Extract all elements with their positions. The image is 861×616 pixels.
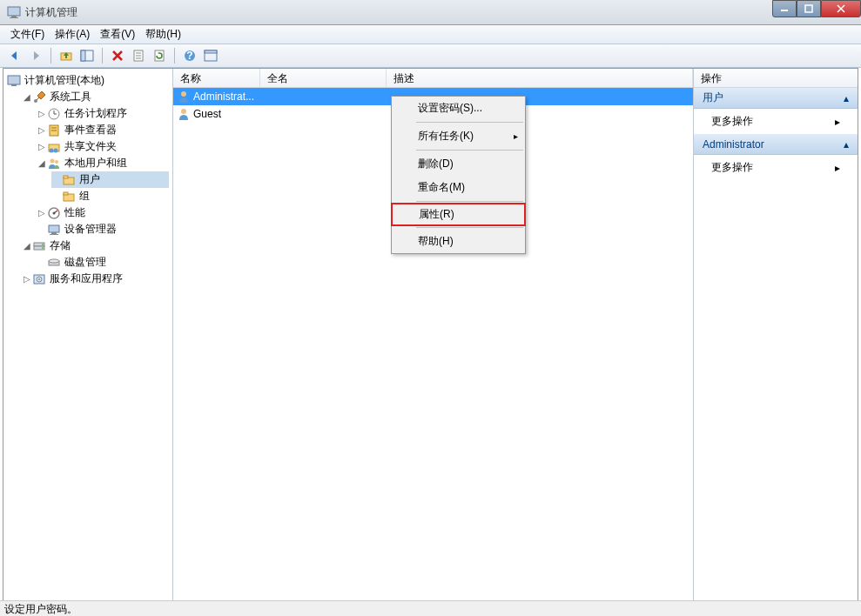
- actions-title: 操作: [694, 69, 858, 88]
- svg-point-54: [181, 91, 186, 97]
- tree-label: 设备管理器: [64, 222, 117, 237]
- svg-point-41: [53, 211, 56, 214]
- folder-icon: [62, 173, 76, 187]
- column-name[interactable]: 名称: [173, 69, 260, 87]
- column-description[interactable]: 描述: [387, 69, 693, 87]
- status-text: 设定用户密码。: [4, 603, 77, 615]
- tree-disk-management[interactable]: 磁盘管理: [37, 254, 169, 271]
- tools-icon: [32, 90, 46, 104]
- svg-point-50: [49, 259, 59, 263]
- cm-all-tasks[interactable]: 所有任务(K)▸: [392, 124, 525, 148]
- tree-task-scheduler[interactable]: ▷ 任务计划程序: [37, 105, 169, 122]
- svg-point-32: [54, 148, 58, 152]
- expand-icon[interactable]: ▷: [37, 109, 47, 118]
- tree-local-users[interactable]: ◢ 本地用户和组: [37, 155, 169, 171]
- delete-button[interactable]: [108, 46, 127, 65]
- storage-icon: [32, 239, 46, 253]
- svg-rect-44: [50, 234, 58, 235]
- cm-properties[interactable]: 属性(R): [391, 203, 526, 226]
- cm-help[interactable]: 帮助(H): [392, 230, 525, 253]
- toolbar-separator: [50, 48, 51, 64]
- event-icon: [47, 124, 61, 137]
- svg-point-31: [50, 148, 54, 152]
- menu-file[interactable]: 文件(F): [5, 25, 50, 44]
- link-label: 更多操作: [711, 114, 753, 129]
- show-hide-tree-button[interactable]: [77, 46, 97, 65]
- folder-icon: [62, 190, 76, 204]
- tree-event-viewer[interactable]: ▷ 事件查看器: [37, 122, 169, 138]
- properties-button[interactable]: [129, 46, 148, 65]
- tree-device-manager[interactable]: 设备管理器: [37, 221, 169, 238]
- tree-label: 服务和应用程序: [50, 271, 123, 286]
- actions-more-admin[interactable]: 更多操作 ▸: [694, 155, 858, 180]
- tree-label: 磁盘管理: [64, 255, 106, 270]
- collapse-icon[interactable]: ◢: [22, 92, 32, 102]
- minimize-button[interactable]: [772, 0, 797, 17]
- svg-rect-43: [51, 232, 57, 234]
- help-button[interactable]: ?: [180, 46, 199, 65]
- svg-rect-0: [8, 7, 20, 16]
- services-icon: [32, 272, 46, 286]
- actions-section-administrator[interactable]: Administrator ▴: [694, 134, 858, 155]
- forward-button[interactable]: [26, 46, 45, 65]
- collapse-arrow-icon: ▴: [844, 138, 849, 151]
- collapse-icon[interactable]: ◢: [37, 158, 47, 168]
- tree-root[interactable]: 计算机管理(本地): [7, 72, 169, 89]
- svg-rect-21: [8, 76, 20, 84]
- clock-icon: [47, 107, 61, 121]
- cm-rename[interactable]: 重命名(M): [392, 176, 525, 199]
- tree-label: 系统工具: [50, 90, 91, 104]
- users-groups-icon: [47, 157, 61, 171]
- menu-action[interactable]: 操作(A): [50, 25, 95, 44]
- menu-view[interactable]: 查看(V): [95, 25, 140, 44]
- svg-point-34: [55, 160, 58, 164]
- tree-shared-folders[interactable]: ▷ 共享文件夹: [37, 138, 169, 155]
- back-button[interactable]: [5, 46, 24, 65]
- tree-system-tools[interactable]: ◢ 系统工具: [22, 89, 169, 105]
- expand-icon[interactable]: ▷: [22, 274, 32, 284]
- cm-label: 删除(D): [418, 157, 454, 171]
- actions-panel: 操作 用户 ▴ 更多操作 ▸ Administrator ▴ 更多操作 ▸: [694, 69, 858, 616]
- collapse-icon[interactable]: ◢: [22, 241, 32, 251]
- cm-delete[interactable]: 删除(D): [392, 152, 525, 176]
- tree-groups[interactable]: 组: [51, 188, 169, 204]
- export-list-button[interactable]: [201, 46, 220, 65]
- tree-storage[interactable]: ◢ 存储: [22, 238, 169, 254]
- svg-rect-4: [805, 5, 812, 12]
- cm-label: 所有任务(K): [418, 129, 474, 144]
- menu-help[interactable]: 帮助(H): [140, 25, 186, 44]
- toolbar: ?: [0, 44, 861, 68]
- cm-label: 帮助(H): [418, 234, 454, 249]
- svg-rect-9: [81, 50, 85, 61]
- svg-rect-20: [205, 50, 217, 53]
- svg-rect-2: [10, 17, 18, 18]
- column-fullname[interactable]: 全名: [260, 69, 387, 87]
- maximize-button[interactable]: [797, 0, 821, 17]
- actions-more-users[interactable]: 更多操作 ▸: [694, 109, 858, 134]
- navigation-tree: 计算机管理(本地) ◢ 系统工具 ▷ 任务计划程序 ▷ 事件查看器: [3, 69, 173, 616]
- tree-performance[interactable]: ▷ 性能: [37, 204, 169, 221]
- tree-services-apps[interactable]: ▷ 服务和应用程序: [22, 271, 169, 287]
- expand-icon[interactable]: ▷: [37, 125, 47, 135]
- window-title: 计算机管理: [25, 5, 772, 20]
- actions-section-users[interactable]: 用户 ▴: [694, 88, 858, 109]
- close-button[interactable]: [821, 0, 861, 17]
- app-icon: [7, 5, 21, 19]
- list-cell-name: Administrat...: [193, 90, 254, 103]
- tree-label: 组: [79, 189, 90, 204]
- cm-separator: [416, 201, 523, 202]
- disk-icon: [47, 256, 61, 270]
- tree-label: 计算机管理(本地): [24, 73, 104, 88]
- up-folder-button[interactable]: [57, 46, 76, 65]
- expand-icon[interactable]: ▷: [37, 142, 47, 151]
- chevron-right-icon: ▸: [835, 116, 840, 128]
- refresh-button[interactable]: [150, 46, 169, 65]
- toolbar-separator: [102, 48, 103, 64]
- cm-set-password[interactable]: 设置密码(S)...: [392, 97, 525, 120]
- tree-label: 任务计划程序: [64, 106, 127, 121]
- svg-point-23: [34, 99, 37, 103]
- expand-icon[interactable]: ▷: [37, 208, 47, 218]
- tree-label: 共享文件夹: [64, 139, 117, 154]
- toolbar-separator: [174, 48, 175, 64]
- tree-users[interactable]: 用户: [51, 171, 169, 188]
